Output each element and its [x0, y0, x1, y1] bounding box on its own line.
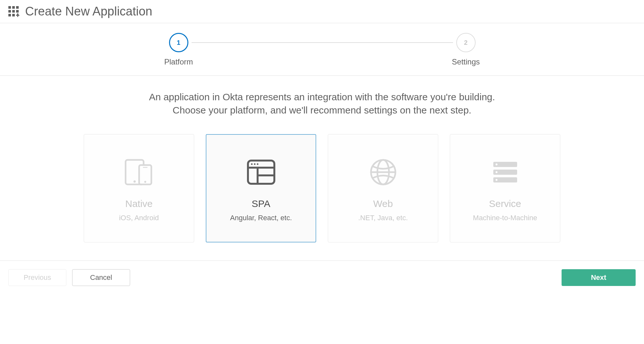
previous-button[interactable]: Previous [8, 269, 66, 286]
description: An application in Okta represents an int… [113, 76, 531, 126]
wizard-stepper: 1 Platform 2 Settings [0, 23, 644, 75]
svg-rect-12 [17, 14, 18, 17]
svg-point-16 [144, 181, 146, 183]
svg-point-23 [254, 163, 255, 165]
step-label: Settings [452, 57, 480, 66]
apps-plus-icon [8, 6, 19, 17]
card-subtitle: .NET, Java, etc. [358, 214, 408, 222]
svg-rect-0 [8, 6, 11, 9]
step-number: 2 [456, 33, 476, 52]
step-label: Platform [164, 57, 193, 66]
description-line2: Choose your platform, and we'll recommen… [173, 105, 471, 115]
page-title: Create New Application [25, 5, 152, 18]
svg-rect-4 [12, 10, 15, 13]
card-title: Web [373, 198, 393, 209]
svg-point-22 [251, 163, 252, 165]
platform-card-service[interactable]: Service Machine-to-Machine [450, 134, 560, 242]
svg-rect-2 [16, 6, 19, 9]
next-button[interactable]: Next [562, 269, 636, 286]
platform-cards: Native iOS, Android SPA Angular, React, … [0, 126, 644, 260]
platform-card-native[interactable]: Native iOS, Android [84, 134, 194, 242]
svg-point-31 [496, 163, 497, 165]
svg-rect-5 [16, 10, 19, 13]
card-subtitle: iOS, Android [119, 214, 159, 222]
card-title: Native [125, 198, 153, 209]
wizard-footer: Previous Cancel Next [0, 261, 644, 294]
step-number: 1 [169, 33, 188, 52]
platform-card-spa[interactable]: SPA Angular, React, etc. [206, 134, 316, 242]
card-title: SPA [252, 198, 270, 209]
card-subtitle: Machine-to-Machine [473, 214, 537, 222]
server-stack-icon [491, 154, 520, 190]
browser-layout-icon [247, 154, 276, 190]
svg-rect-7 [12, 14, 15, 16]
svg-point-24 [257, 163, 258, 165]
platform-card-web[interactable]: Web .NET, Java, etc. [328, 134, 438, 242]
svg-rect-6 [8, 14, 11, 16]
step-platform: 1 Platform [164, 33, 193, 66]
step-connector [192, 42, 453, 43]
card-subtitle: Angular, React, etc. [230, 214, 292, 222]
svg-rect-17 [143, 167, 147, 168]
globe-icon [369, 154, 397, 190]
mobile-devices-icon [124, 154, 155, 190]
card-title: Service [489, 198, 521, 209]
description-line1: An application in Okta represents an int… [149, 92, 495, 102]
page-header: Create New Application [0, 0, 644, 23]
svg-rect-1 [12, 6, 15, 9]
svg-rect-3 [8, 10, 11, 13]
step-settings: 2 Settings [452, 33, 480, 66]
svg-point-32 [496, 171, 497, 173]
svg-point-14 [133, 181, 136, 183]
svg-point-33 [496, 179, 497, 181]
cancel-button[interactable]: Cancel [72, 269, 130, 286]
